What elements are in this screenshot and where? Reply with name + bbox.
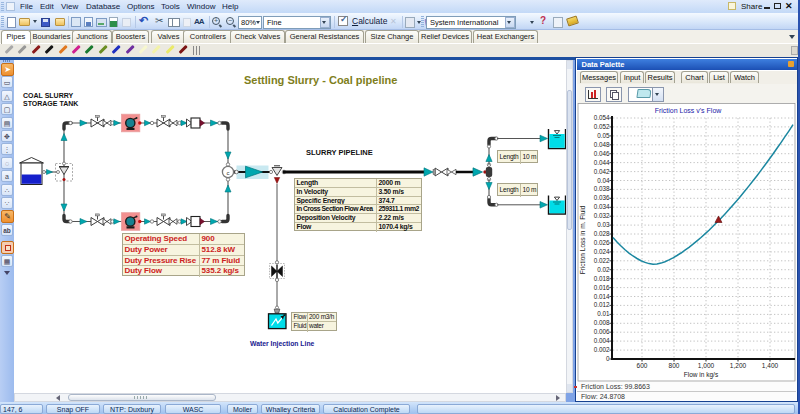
svg-text:0.028: 0.028 bbox=[594, 230, 610, 237]
svg-text:0.008: 0.008 bbox=[594, 319, 610, 326]
svg-text:0.054: 0.054 bbox=[594, 114, 610, 121]
svg-text:c: c bbox=[227, 170, 230, 176]
svg-text:0.03: 0.03 bbox=[597, 221, 610, 228]
svg-text:0.014: 0.014 bbox=[594, 293, 610, 300]
svg-text:Friction Loss v's Flow: Friction Loss v's Flow bbox=[655, 107, 723, 114]
svg-text:1,000: 1,000 bbox=[698, 362, 715, 369]
svg-text:0.016: 0.016 bbox=[594, 284, 610, 291]
svg-text:0.026: 0.026 bbox=[594, 239, 610, 246]
svg-text:0.036: 0.036 bbox=[594, 194, 610, 201]
svg-text:0.004: 0.004 bbox=[594, 337, 610, 344]
svg-text:0.04: 0.04 bbox=[597, 177, 610, 184]
svg-text:0.044: 0.044 bbox=[594, 159, 610, 166]
svg-text:1,200: 1,200 bbox=[730, 362, 747, 369]
svg-text:0.024: 0.024 bbox=[594, 248, 610, 255]
svg-text:Friction Loss in m. Fluid: Friction Loss in m. Fluid bbox=[579, 205, 586, 274]
svg-text:0.006: 0.006 bbox=[594, 328, 610, 335]
svg-text:0.052: 0.052 bbox=[594, 123, 610, 130]
svg-text:0.01: 0.01 bbox=[597, 310, 610, 317]
svg-text:1,400: 1,400 bbox=[762, 362, 779, 369]
svg-text:0.032: 0.032 bbox=[594, 212, 610, 219]
svg-text:0.002: 0.002 bbox=[594, 346, 610, 353]
svg-text:0.042: 0.042 bbox=[594, 168, 610, 175]
svg-text:0.038: 0.038 bbox=[594, 185, 610, 192]
svg-text:0.012: 0.012 bbox=[594, 301, 610, 308]
svg-text:0.05: 0.05 bbox=[597, 132, 610, 139]
svg-text:Flow in kg/s: Flow in kg/s bbox=[684, 371, 719, 379]
svg-text:0: 0 bbox=[606, 355, 610, 362]
svg-text:0.018: 0.018 bbox=[594, 275, 610, 282]
svg-text:0.048: 0.048 bbox=[594, 141, 610, 148]
svg-text:0.02: 0.02 bbox=[597, 266, 610, 273]
svg-text:0.022: 0.022 bbox=[594, 257, 610, 264]
svg-text:800: 800 bbox=[669, 362, 680, 369]
svg-text:0.046: 0.046 bbox=[594, 150, 610, 157]
svg-text:0.034: 0.034 bbox=[594, 203, 610, 210]
svg-text:600: 600 bbox=[637, 362, 648, 369]
